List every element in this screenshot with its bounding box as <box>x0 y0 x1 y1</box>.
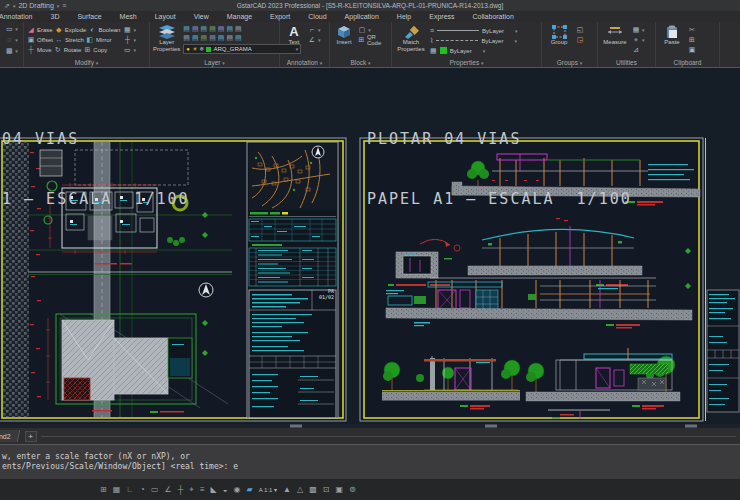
layer-stack-icon <box>159 24 175 39</box>
tab-application[interactable]: Application <box>336 13 388 20</box>
layer-tool-icon[interactable]: ▤ <box>235 25 242 33</box>
polar-tracking-icon[interactable]: ◔ <box>140 485 145 495</box>
dimension-button[interactable]: ⌐▾ <box>308 25 321 34</box>
ortho-icon[interactable]: ∟ <box>126 485 134 495</box>
tab-layout[interactable]: Layout <box>146 13 185 20</box>
array-button[interactable]: ▦▾ <box>123 25 136 34</box>
quick-select-button[interactable]: ⊿ <box>632 45 645 54</box>
stretch-button[interactable]: ↔Stretch <box>55 35 84 44</box>
layer-tool-icon[interactable]: ▤ <box>192 34 199 42</box>
layer-tool-icon[interactable]: ▤ <box>218 34 225 42</box>
properties-panel-label[interactable]: Properties ▾ <box>392 58 541 67</box>
annotation-scale-icon[interactable]: A 1:1 ▾ <box>259 485 277 495</box>
tab-surface[interactable]: Surface <box>68 13 110 20</box>
pan-icon[interactable]: ▰ <box>247 485 253 495</box>
clean-screen-icon[interactable]: ▣ <box>335 485 343 495</box>
color-icon: ▦ <box>430 47 437 55</box>
block-panel-label[interactable]: Block ▾ <box>330 58 391 67</box>
insert-button[interactable]: Insert <box>333 24 355 46</box>
layer-tool-icon[interactable]: ▤ <box>209 25 216 33</box>
copy-button[interactable]: ⊞Copy <box>83 45 107 54</box>
drawing-canvas[interactable]: 04 VIAS 1 – ESCALA 1/100 PLOTAR 04 VIAS … <box>0 68 740 428</box>
utilities-panel-label[interactable]: Utilities <box>598 58 655 67</box>
qr-code-button[interactable]: ⊞QR Code <box>358 35 388 44</box>
group-edit-button[interactable]: ◲ <box>576 35 584 44</box>
modify-panel-label[interactable]: Modify ▾ <box>24 58 149 67</box>
layer-tool-icon[interactable]: ▤ <box>226 34 233 42</box>
paste-special-button[interactable]: ▣ <box>688 45 696 54</box>
quick-properties-icon[interactable]: ⊡ <box>323 485 330 495</box>
circle-tool-button[interactable]: ◌▾ <box>5 35 18 44</box>
copy-clip-button[interactable]: ⊞ <box>688 35 696 44</box>
snap-icon[interactable]: ▦ <box>113 485 121 495</box>
layer-tool-icon[interactable]: ▤ <box>201 34 208 42</box>
text-button[interactable]: A Text <box>283 24 305 46</box>
rectangle-tool-button[interactable]: ▭▾ <box>5 24 18 33</box>
graphics-performance-icon[interactable]: ⊚ <box>349 485 356 495</box>
tab-help[interactable]: Help <box>388 13 420 20</box>
offset-button[interactable]: ▣Offset <box>27 35 53 44</box>
trim-button[interactable]: ▭▾ <box>123 45 136 54</box>
group-button[interactable]: Group <box>545 24 573 46</box>
tab-view[interactable]: View <box>185 13 218 20</box>
tab-express[interactable]: Express <box>420 13 463 20</box>
explode-button[interactable]: ◆Explode <box>55 25 87 34</box>
match-properties-button[interactable]: Match Properties <box>395 24 427 52</box>
calculator-button[interactable]: ▦▾ <box>632 25 645 34</box>
groups-panel-label[interactable]: Groups ▾ <box>542 58 597 67</box>
id-point-button[interactable]: ⌖▾ <box>632 35 645 44</box>
tab-export[interactable]: Export <box>261 13 299 20</box>
selection-cursor-icon[interactable]: ◣ <box>211 485 217 495</box>
layer-tool-icon[interactable]: ▤ <box>226 25 233 33</box>
ungroup-button[interactable]: ◱ <box>576 25 584 34</box>
layer-tool-icon[interactable]: ▤ <box>201 25 208 33</box>
transparency-icon[interactable]: ◒ <box>223 485 228 495</box>
workspace-switcher[interactable]: 2D Drafting <box>18 2 53 9</box>
tab-3d[interactable]: 3D <box>41 13 68 20</box>
color-dropdown[interactable]: ▦ ByLayer ▾ <box>430 46 518 55</box>
object-snap-tracking-icon[interactable]: ⌖ <box>189 485 194 495</box>
paste-button[interactable]: Paste <box>659 24 685 46</box>
layer-properties-button[interactable]: Layer Properties <box>153 24 180 52</box>
layer-tool-icon[interactable]: ▤ <box>183 34 190 42</box>
mirror-button[interactable]: ◧Mirror <box>86 35 112 44</box>
measure-button[interactable]: Measure <box>601 24 629 46</box>
clipboard-panel-label[interactable]: Clipboard <box>656 58 719 67</box>
zoom-icon[interactable]: ◉ <box>234 485 241 495</box>
dynamic-input-icon[interactable]: ▭ <box>151 485 159 495</box>
boolean-button[interactable]: ◐Boolean <box>88 25 120 34</box>
command-line-window[interactable]: w, enter a scale factor (nX or nXP), or … <box>0 444 740 480</box>
layer-tool-icon[interactable]: ▤ <box>218 25 225 33</box>
isolate-objects-icon[interactable]: ▩ <box>309 485 317 495</box>
grid-icon[interactable]: ⊞ <box>100 485 107 495</box>
annotation-visibility-icon[interactable]: ▲ <box>283 485 291 495</box>
lineweight-dropdown[interactable]: ≡ ByLayer ▾ <box>430 26 518 35</box>
lineweight-icon[interactable]: ≡ <box>200 485 205 495</box>
fillet-button[interactable]: ┼▾ <box>123 35 136 44</box>
tab-cloud[interactable]: Cloud <box>299 13 335 20</box>
add-layout-button[interactable]: + <box>25 431 37 442</box>
tab-annotation[interactable]: Annotation <box>0 13 41 20</box>
rotate-button[interactable]: ↻Rotate <box>54 45 82 54</box>
layer-tool-icon[interactable]: ▤ <box>192 25 199 33</box>
isometric-drafting-icon[interactable]: ∠ <box>165 485 172 495</box>
hatch-tool-button[interactable]: ▩▾ <box>5 46 18 55</box>
erase-button[interactable]: ◢Erase <box>27 25 53 34</box>
layer-tool-icon[interactable]: ▤ <box>209 34 216 42</box>
move-button[interactable]: ┼Move <box>27 45 52 54</box>
quick-access-toolbar[interactable]: ⇗ ▾ 2D Drafting ▾ ≡ <box>0 2 66 10</box>
object-snap-icon[interactable]: ┼ <box>178 485 184 495</box>
tab-mesh[interactable]: Mesh <box>111 13 146 20</box>
menu-icon[interactable]: ≡ <box>62 2 66 9</box>
layer-tool-icon[interactable]: ▤ <box>235 34 242 42</box>
leader-button[interactable]: ∠▾ <box>308 35 321 44</box>
tab-collaboration[interactable]: Collaboration <box>464 13 523 20</box>
annotation-panel-label[interactable]: Annotation ▾ <box>280 58 329 67</box>
tab-manage[interactable]: Manage <box>218 13 261 20</box>
cut-button[interactable]: ✂ <box>688 25 696 34</box>
autoscale-icon[interactable]: △ <box>297 485 303 495</box>
layer-panel-label[interactable]: Layer ▾ <box>150 58 279 67</box>
layer-tool-icon[interactable]: ▤ <box>183 25 190 33</box>
layout-tab[interactable]: nd2 <box>0 430 20 442</box>
linetype-dropdown[interactable]: ⌇ ByLayer ▾ <box>430 36 518 45</box>
